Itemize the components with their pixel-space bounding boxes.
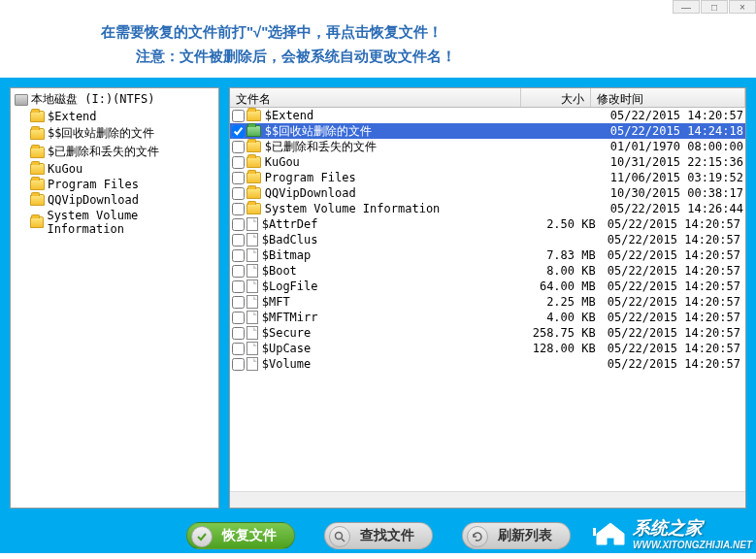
row-name: $Extend [265,109,535,122]
find-button[interactable]: 查找文件 [324,522,433,549]
row-date: 05/22/2015 14:20:57 [602,233,743,247]
list-row[interactable]: $Boot8.00 KB05/22/2015 14:20:57 [230,263,745,279]
folder-icon [30,147,45,158]
minimize-button[interactable]: — [673,0,700,14]
refresh-icon [467,526,488,547]
tree-item-label: Program Files [48,178,139,191]
row-size: 7.83 MB [532,248,602,262]
list-row[interactable]: $LogFile64.00 MB05/22/2015 14:20:57 [230,279,745,294]
svg-point-0 [335,533,342,540]
row-name: $Volume [262,357,532,371]
list-row[interactable]: System Volume Information05/22/2015 14:2… [230,201,745,216]
folder-icon [30,128,45,140]
tree-item[interactable]: $$回收站删除的文件 [13,124,216,143]
row-checkbox[interactable] [232,110,245,122]
folder-icon [30,111,45,122]
row-name: Program Files [265,171,535,184]
folder-icon [247,156,261,168]
row-checkbox[interactable] [232,125,245,138]
tree-root[interactable]: 本地磁盘 (I:)(NTFS) [13,90,216,109]
row-size: 8.00 KB [532,264,602,278]
row-checkbox[interactable] [232,327,245,340]
file-icon [247,217,258,231]
tree-item[interactable]: System Volume Information [13,208,216,237]
row-checkbox[interactable] [232,249,245,262]
recover-button[interactable]: 恢复文件 [186,522,295,549]
row-size: 64.00 MB [532,280,602,293]
row-name: $Bitmap [262,248,532,262]
list-body[interactable]: $Extend05/22/2015 14:20:57$$回收站删除的文件05/2… [230,108,745,491]
list-row[interactable]: $Secure258.75 KB05/22/2015 14:20:57 [230,325,745,341]
row-checkbox[interactable] [232,343,245,355]
list-row[interactable]: $MFTMirr4.00 KB05/22/2015 14:20:57 [230,310,745,325]
row-date: 01/01/1970 08:00:00 [605,140,743,153]
row-size: 2.25 MB [532,295,602,309]
row-name: $BadClus [262,233,532,247]
tree-item[interactable]: $已删除和丢失的文件 [13,143,216,161]
refresh-button-label: 刷新列表 [498,527,552,544]
row-checkbox[interactable] [232,187,245,200]
row-date: 10/31/2015 22:15:36 [605,155,743,169]
row-checkbox[interactable] [232,234,245,247]
row-checkbox[interactable] [232,156,245,169]
file-icon [247,248,258,262]
list-row[interactable]: $Volume05/22/2015 14:20:57 [230,356,745,372]
list-row[interactable]: $Bitmap7.83 MB05/22/2015 14:20:57 [230,247,745,263]
row-size: 4.00 KB [532,311,602,324]
list-row[interactable]: QQVipDownload10/30/2015 00:38:17 [230,185,745,201]
list-row[interactable]: $Extend05/22/2015 14:20:57 [230,108,745,123]
row-checkbox[interactable] [232,312,245,324]
row-name: $AttrDef [262,217,532,231]
row-name: System Volume Information [265,202,535,215]
file-icon [247,326,258,340]
row-date: 05/22/2015 14:20:57 [602,326,743,340]
find-button-label: 查找文件 [360,527,414,544]
row-date: 05/22/2015 14:20:57 [602,280,743,293]
list-row[interactable]: $MFT2.25 MB05/22/2015 14:20:57 [230,294,745,310]
header-warning: 注意：文件被删除后，会被系统自动更改文件名！ [0,48,756,66]
search-icon [329,526,350,547]
row-checkbox[interactable] [232,358,245,371]
row-checkbox[interactable] [232,172,245,184]
folder-icon [30,163,45,175]
list-row[interactable]: $AttrDef2.50 KB05/22/2015 14:20:57 [230,216,745,232]
titlebar: — □ × [0,0,756,16]
horizontal-scrollbar[interactable] [230,491,745,508]
row-checkbox[interactable] [232,280,245,293]
row-date: 05/22/2015 14:20:57 [605,109,743,122]
row-checkbox[interactable] [232,203,245,215]
folder-icon [247,125,261,137]
list-row[interactable]: Program Files11/06/2015 03:19:52 [230,170,745,185]
list-row[interactable]: $UpCase128.00 KB05/22/2015 14:20:57 [230,341,745,356]
list-row[interactable]: $$回收站删除的文件05/22/2015 14:24:18 [230,123,745,139]
row-name: $已删除和丢失的文件 [265,139,535,155]
row-date: 05/22/2015 14:20:57 [602,264,743,278]
tree-panel[interactable]: 本地磁盘 (I:)(NTFS) $Extend$$回收站删除的文件$已删除和丢失… [10,87,219,509]
row-checkbox[interactable] [232,218,245,231]
tree-item[interactable]: KuGou [13,161,216,177]
row-date: 05/22/2015 14:20:57 [602,217,743,231]
row-checkbox[interactable] [232,141,245,153]
column-header-date[interactable]: 修改时间 [591,88,745,107]
tree-item-label: $$回收站删除的文件 [48,125,154,142]
row-checkbox[interactable] [232,265,245,278]
row-checkbox[interactable] [232,296,245,309]
refresh-button[interactable]: 刷新列表 [462,522,571,549]
tree-item[interactable]: Program Files [13,177,216,192]
list-row[interactable]: $已删除和丢失的文件01/01/1970 08:00:00 [230,139,745,154]
row-name: $MFT [262,295,532,309]
file-icon [247,357,258,371]
maximize-button[interactable]: □ [701,0,728,14]
folder-icon [30,179,45,190]
main-area: 本地磁盘 (I:)(NTFS) $Extend$$回收站删除的文件$已删除和丢失… [0,78,756,518]
watermark: 系统之家 WWW.XITONGZHIJIA.NET [593,516,752,550]
close-button[interactable]: × [729,0,756,14]
tree-item-label: KuGou [48,162,82,176]
folder-icon [30,194,45,206]
column-header-name[interactable]: 文件名 [230,88,521,107]
list-row[interactable]: KuGou10/31/2015 22:15:36 [230,154,745,170]
column-header-size[interactable]: 大小 [521,88,591,107]
tree-item[interactable]: QQVipDownload [13,192,216,208]
tree-item[interactable]: $Extend [13,109,216,124]
list-row[interactable]: $BadClus05/22/2015 14:20:57 [230,232,745,247]
